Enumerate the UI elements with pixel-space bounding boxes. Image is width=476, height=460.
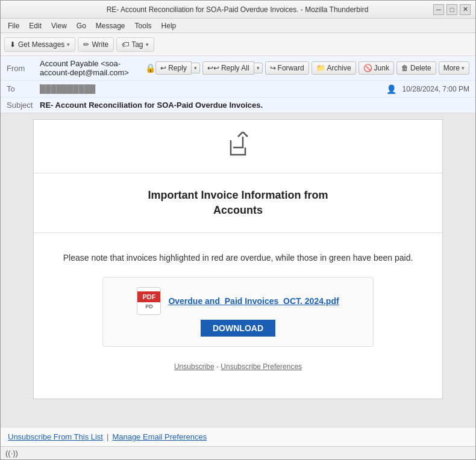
footer-separator: | [107, 432, 108, 441]
menu-tools[interactable]: Tools [131, 20, 155, 31]
contact-icon[interactable]: 🔒 [145, 63, 155, 73]
status-bar: ((·)) [1, 446, 475, 459]
subject-row: Subject RE- Account Reconciliation for S… [1, 98, 475, 113]
write-button[interactable]: ✏ Write [78, 37, 114, 52]
tag-chevron: ▾ [146, 42, 149, 48]
reply-dropdown[interactable]: ▾ [192, 63, 200, 73]
toolbar: ⬇ Get Messages ▾ ✏ Write 🏷 Tag ▾ [1, 33, 475, 56]
from-row: From Account Payable <soa-account-dept@m… [1, 56, 475, 81]
to-row: To ██████████ 👤 10/28/2024, 7:00 PM [1, 81, 475, 98]
email-body-section: Please note that invoices highlighted in… [34, 233, 442, 398]
get-messages-label: Get Messages [18, 40, 64, 49]
forward-button[interactable]: ↪ Forward [265, 61, 309, 75]
maximize-button[interactable]: □ [446, 4, 457, 15]
email-footer: Unsubscribe From This List | Manage Emai… [1, 427, 475, 446]
menu-go[interactable]: Go [73, 20, 90, 31]
window-title: RE- Account Reconciliation for SOA-Paid … [42, 5, 433, 14]
menu-edit[interactable]: Edit [25, 20, 45, 31]
to-value: ██████████ [40, 84, 386, 93]
reply-all-chevron: ▾ [257, 65, 260, 71]
to-contact-icon[interactable]: 👤 [386, 84, 396, 94]
to-label: To [7, 84, 40, 93]
menu-view[interactable]: View [48, 20, 70, 31]
subject-value: RE- Account Reconciliation for SOA-Paid … [40, 101, 263, 110]
download-button[interactable]: DOWNLOAD [201, 320, 275, 337]
junk-label: Junk [374, 64, 389, 72]
archive-label: Archive [327, 64, 351, 72]
tag-icon: 🏷 [122, 40, 129, 49]
window-controls: ─ □ ✕ [433, 4, 471, 15]
junk-icon: 🚫 [363, 64, 372, 72]
pdf-icon-sub: PD [144, 302, 154, 311]
email-timestamp: 10/28/2024, 7:00 PM [402, 85, 469, 93]
attachment-link[interactable]: Overdue and_Paid Invoices_OCT. 2024.pdf [168, 296, 339, 306]
get-messages-icon: ⬇ [10, 40, 16, 49]
unsubscribe-from-list-link[interactable]: Unsubscribe From This List [8, 432, 103, 441]
email-title-section: Important Invoice Information from Accou… [34, 173, 442, 233]
menu-bar: File Edit View Go Message Tools Help [1, 19, 475, 33]
close-button[interactable]: ✕ [460, 4, 471, 15]
email-inner-content: Important Invoice Information from Accou… [34, 120, 442, 399]
menu-file[interactable]: File [4, 20, 23, 31]
reply-all-button[interactable]: ↩↩ Reply All [202, 61, 254, 75]
write-label: Write [92, 40, 108, 49]
subject-label: Subject [7, 101, 40, 110]
main-window: RE- Account Reconciliation for SOA-Paid … [0, 0, 476, 460]
reply-icon: ↩ [160, 64, 166, 72]
reply-all-icon: ↩↩ [207, 64, 219, 72]
delete-icon: 🗑 [401, 64, 409, 72]
delete-button[interactable]: 🗑 Delete [396, 61, 436, 75]
unsubscribe-section: Unsubscribe - Unsubscribe Preferences [58, 353, 418, 381]
reply-button[interactable]: ↩ Reply [155, 61, 192, 75]
email-header: From Account Payable <soa-account-dept@m… [1, 56, 475, 113]
signal-icon: ((·)) [5, 449, 18, 458]
reply-all-label: Reply All [221, 64, 249, 72]
unsubscribe-link[interactable]: Unsubscribe [174, 362, 215, 371]
from-label: From [7, 64, 40, 73]
reply-chevron: ▾ [194, 65, 197, 71]
email-share-section [34, 120, 442, 173]
forward-label: Forward [278, 64, 304, 72]
pdf-icon: PDF PD [137, 287, 161, 315]
email-body-text: Please note that invoices highlighted in… [58, 251, 418, 264]
share-icon [226, 132, 250, 161]
pdf-icon-label: PDF [137, 291, 160, 302]
email-action-buttons: ↩ Reply ▾ ↩↩ Reply All ▾ [155, 61, 469, 75]
attachment-box: PDF PD Overdue and_Paid Invoices_OCT. 20… [102, 277, 374, 347]
more-label: More [443, 64, 460, 72]
get-messages-button[interactable]: ⬇ Get Messages ▾ [4, 37, 75, 52]
reply-all-dropdown[interactable]: ▾ [254, 63, 263, 73]
unsubscribe-prefs-link[interactable]: Unsubscribe Preferences [221, 362, 302, 371]
junk-button[interactable]: 🚫 Junk [359, 61, 394, 75]
more-button[interactable]: More ▾ [439, 61, 469, 75]
tag-label: Tag [131, 40, 143, 49]
get-messages-chevron: ▾ [67, 42, 70, 48]
download-label[interactable]: DOWNLOAD [201, 320, 275, 337]
write-icon: ✏ [83, 40, 89, 49]
title-bar: RE- Account Reconciliation for SOA-Paid … [1, 1, 475, 19]
menu-help[interactable]: Help [158, 20, 180, 31]
manage-email-prefs-link[interactable]: Manage Email Preferences [112, 432, 207, 441]
email-content-area: PT Important [1, 113, 475, 427]
more-chevron: ▾ [462, 65, 465, 71]
forward-icon: ↪ [270, 64, 276, 72]
archive-icon: 📁 [316, 64, 325, 72]
attachment-row: PDF PD Overdue and_Paid Invoices_OCT. 20… [137, 287, 339, 315]
minimize-button[interactable]: ─ [433, 4, 444, 15]
email-title: Important Invoice Information from Accou… [58, 188, 418, 218]
delete-label: Delete [410, 64, 431, 72]
menu-message[interactable]: Message [92, 20, 129, 31]
archive-button[interactable]: 📁 Archive [312, 61, 356, 75]
reply-label: Reply [168, 64, 187, 72]
email-body: PT Important [33, 119, 443, 399]
tag-button[interactable]: 🏷 Tag ▾ [116, 37, 154, 52]
from-value: Account Payable <soa-account-dept@mail.c… [40, 59, 145, 77]
